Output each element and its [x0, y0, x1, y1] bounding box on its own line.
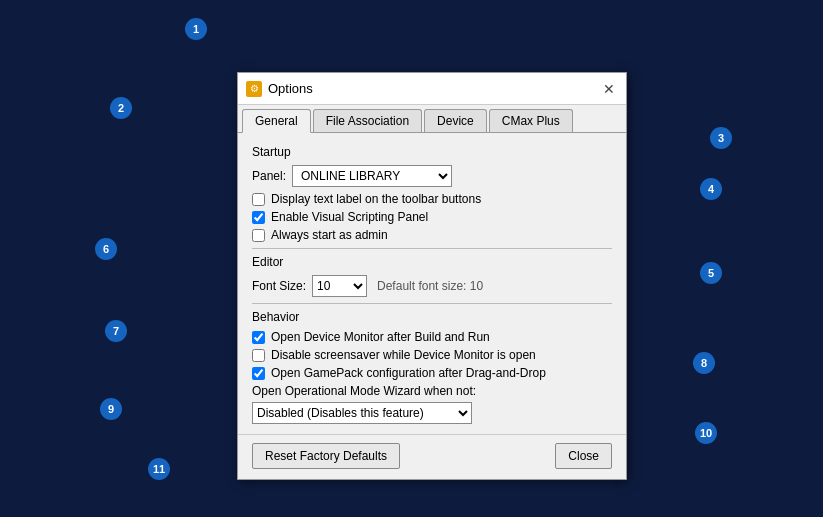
- panel-select[interactable]: ONLINE LIBRARY LOCAL LIBRARY BLANK: [292, 165, 452, 187]
- wizard-select[interactable]: Disabled (Disables this feature) Connect…: [252, 402, 472, 424]
- font-size-label: Font Size:: [252, 279, 306, 293]
- annotation-8: 8: [693, 352, 715, 374]
- tab-cmax-plus[interactable]: CMax Plus: [489, 109, 573, 132]
- open-gamepack-checkbox[interactable]: [252, 367, 265, 380]
- dialog-footer: Reset Factory Defaults Close: [238, 434, 626, 479]
- annotation-6: 6: [95, 238, 117, 260]
- editor-section-label: Editor: [252, 255, 612, 269]
- divider-1: [252, 248, 612, 249]
- open-device-monitor-text: Open Device Monitor after Build and Run: [271, 330, 490, 344]
- annotation-4: 4: [700, 178, 722, 200]
- disable-screensaver-text: Disable screensaver while Device Monitor…: [271, 348, 536, 362]
- checkbox-row-1: Display text label on the toolbar button…: [252, 192, 612, 206]
- tabs-bar: General File Association Device CMax Plu…: [238, 105, 626, 133]
- behavior-section-label: Behavior: [252, 310, 612, 324]
- font-size-row: Font Size: 8 9 10 11 12 14 Default font …: [252, 275, 612, 297]
- annotation-1: 1: [185, 18, 207, 40]
- tab-file-association[interactable]: File Association: [313, 109, 422, 132]
- annotation-10: 10: [695, 422, 717, 444]
- tab-general[interactable]: General: [242, 109, 311, 133]
- startup-section-label: Startup: [252, 145, 612, 159]
- annotation-9: 9: [100, 398, 122, 420]
- always-start-admin-checkbox[interactable]: [252, 229, 265, 242]
- checkbox-row-5: Disable screensaver while Device Monitor…: [252, 348, 612, 362]
- checkbox-row-2: Enable Visual Scripting Panel: [252, 210, 612, 224]
- dialog-icon: ⚙: [246, 81, 262, 97]
- checkbox-row-4: Open Device Monitor after Build and Run: [252, 330, 612, 344]
- dialog-title: Options: [268, 81, 600, 96]
- dialog-body: Startup Panel: ONLINE LIBRARY LOCAL LIBR…: [238, 133, 626, 434]
- tab-device[interactable]: Device: [424, 109, 487, 132]
- annotation-7: 7: [105, 320, 127, 342]
- annotation-2: 2: [110, 97, 132, 119]
- close-button[interactable]: Close: [555, 443, 612, 469]
- panel-label: Panel:: [252, 169, 286, 183]
- checkbox-row-3: Always start as admin: [252, 228, 612, 242]
- options-dialog: ⚙ Options ✕ General File Association Dev…: [237, 72, 627, 480]
- annotation-5: 5: [700, 262, 722, 284]
- default-font-label: Default font size: 10: [377, 279, 483, 293]
- close-icon[interactable]: ✕: [600, 80, 618, 98]
- open-device-monitor-checkbox[interactable]: [252, 331, 265, 344]
- divider-2: [252, 303, 612, 304]
- annotation-11: 11: [148, 458, 170, 480]
- annotation-3: 3: [710, 127, 732, 149]
- panel-field-row: Panel: ONLINE LIBRARY LOCAL LIBRARY BLAN…: [252, 165, 612, 187]
- dialog-titlebar: ⚙ Options ✕: [238, 73, 626, 105]
- reset-factory-defaults-button[interactable]: Reset Factory Defaults: [252, 443, 400, 469]
- disable-screensaver-checkbox[interactable]: [252, 349, 265, 362]
- font-size-select[interactable]: 8 9 10 11 12 14: [312, 275, 367, 297]
- enable-visual-scripting-checkbox[interactable]: [252, 211, 265, 224]
- display-text-label-checkbox[interactable]: [252, 193, 265, 206]
- checkbox-row-6: Open GamePack configuration after Drag-a…: [252, 366, 612, 380]
- display-text-label-text: Display text label on the toolbar button…: [271, 192, 481, 206]
- always-start-admin-text: Always start as admin: [271, 228, 388, 242]
- wizard-label: Open Operational Mode Wizard when not:: [252, 384, 612, 398]
- open-gamepack-text: Open GamePack configuration after Drag-a…: [271, 366, 546, 380]
- enable-visual-scripting-text: Enable Visual Scripting Panel: [271, 210, 428, 224]
